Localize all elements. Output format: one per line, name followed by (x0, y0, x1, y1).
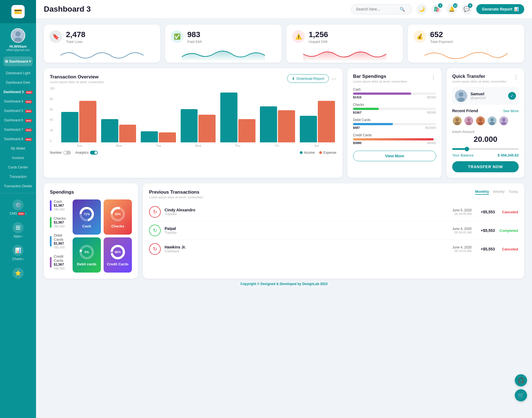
donut-credit-chart: 96% (109, 244, 126, 260)
spending-bar-debit: Debit Cards $487 /$10000 (353, 118, 436, 129)
spendings-list: Cash $1,567 /\$5,000 Checks $1,567 /\$5,… (50, 199, 68, 273)
legend-analytics: Analytics (75, 151, 98, 155)
transaction-more-btn[interactable]: ··· (332, 75, 336, 82)
chat-btn[interactable]: 💬 5 (461, 4, 472, 14)
sidebar-item-cms[interactable]: ⚙️ CMS New › (0, 196, 36, 219)
stat-card-total-payment: 💰 652 Total Payment (408, 25, 524, 63)
spending-item-debit: Debit Cards $1,567 /\$5,000 (50, 233, 68, 249)
sidebar-item-dashboard5[interactable]: Dashboard 5 New (0, 106, 36, 116)
tx-date-cindy: June 5, 2020 05:34:45 AM (452, 208, 472, 216)
generate-btn-label: Generate Report (482, 7, 512, 11)
tx-info-cindy: Cindy Alexandro Transfer (165, 208, 449, 216)
prev-transactions-card: Previous Transactions Lorem ipsum dolor … (143, 183, 524, 279)
notifications-btn[interactable]: 🔔 12 (446, 4, 457, 14)
bottom-row: Spendings Cash $1,567 /\$5,000 (44, 183, 524, 279)
prev-tx-subtitle: Lorem ipsum dolor sit amet, consectetur (149, 196, 203, 199)
insert-amount-value: 20.000 (452, 135, 519, 144)
bar-fri-coral (278, 110, 295, 142)
unpaid-emi-num: 1,256 (309, 30, 328, 39)
bar-tue-teal (141, 131, 158, 142)
chart-day-labels: Sun Mon Tue Wed Thu Fri Sat (60, 144, 336, 147)
sidebar-item-transaction-details[interactable]: Transaction Details (0, 181, 36, 191)
spending-bar-cash: Cash $1415 /$2000 (353, 88, 436, 99)
sidebar-item-dashboard8[interactable]: Dashboard 8 New (0, 134, 36, 144)
sidebar-item-transaction[interactable]: Transaction (0, 172, 36, 181)
svg-point-19 (502, 118, 505, 121)
transfer-now-button[interactable]: TRANSFER NOW (452, 161, 519, 172)
generate-report-button[interactable]: Generate Report 📊 (476, 4, 524, 14)
see-more-link[interactable]: See More (503, 109, 519, 113)
sidebar-item-dashboard4[interactable]: Dashboard 4 New (0, 97, 36, 106)
spending-bar-cash-indicator (50, 200, 52, 211)
friend-avatar-3 (475, 116, 485, 126)
recent-friends-title: Recent Friend (452, 109, 478, 113)
sidebar-item-wallet[interactable]: My Wallet (0, 144, 36, 153)
sidebar-item-dashboard-light[interactable]: Dashboard Light (0, 68, 36, 78)
legend-expense: Expense (319, 151, 336, 155)
download-icon: ⬇ (292, 76, 295, 81)
friend-avatar-5 (499, 116, 509, 126)
y-label-100: 100 (50, 87, 58, 90)
tx-row-cindy: ↻ Cindy Alexandro Transfer June 5, 2020 … (149, 203, 518, 221)
amount-slider[interactable] (452, 148, 519, 150)
chart-bar-icon: 📊 (514, 7, 519, 11)
dashboard-btn-label: Dashboard ▾ (9, 59, 31, 63)
legend-number: Number (50, 151, 71, 155)
quick-transfer-subtitle: Lorem ipsum dolor sit amet, consectetur (452, 80, 507, 83)
expense-dot (319, 151, 322, 154)
search-icon: 🔍 (400, 7, 405, 12)
sidebar-logo: 💳 (0, 0, 36, 23)
y-label-80: 80 (50, 98, 58, 101)
paid-emi-label: Paid EMI (187, 40, 202, 44)
bar-thu-teal (220, 93, 237, 142)
total-payment-label: Total Payment (430, 40, 453, 44)
transaction-overview-subtitle: Lorem ipsum dolor sit amet, consectetur (50, 80, 104, 84)
tab-today[interactable]: Today (508, 189, 518, 195)
download-report-button[interactable]: ⬇ Download Report (287, 74, 329, 83)
y-label-60: 60 (50, 108, 58, 111)
sidebar-item-dashboard7[interactable]: Dashboard 7 New (0, 125, 36, 134)
sidebar-item-dashboard3[interactable]: Dashboard 3 New (0, 87, 36, 97)
sidebar-item-invoices[interactable]: Invoices (0, 153, 36, 163)
quick-transfer-more-btn[interactable]: ⋮ (513, 74, 519, 80)
search-input[interactable] (356, 7, 397, 11)
tx-date-hawkins: June 4, 2020 05:34:45 AM (452, 245, 472, 253)
search-bar: 🔍 (351, 4, 412, 14)
prev-tx-header: Previous Transactions Lorem ipsum dolor … (149, 189, 518, 199)
donut-checks: 30% Checks (104, 199, 132, 235)
number-toggle[interactable] (63, 151, 71, 155)
stat-card-paid-emi: ✅ 983 Paid EMI (165, 25, 282, 63)
footer-text: Copyright © Designed & Developed by (241, 282, 302, 286)
theme-toggle-btn[interactable]: 🌙 (416, 4, 427, 14)
svg-text:71%: 71% (84, 212, 90, 216)
support-float-btn[interactable]: 🎧 (515, 374, 527, 386)
bar-spendings-more-btn[interactable]: ⋮ (431, 74, 436, 80)
sidebar-item-dashboard-dark[interactable]: Dashboard Dark (0, 78, 36, 87)
stat-cards-row: 🔖 2,478 Total Loan ✅ 983 Paid EMI (44, 25, 524, 63)
cart-float-btn[interactable]: 🛒 (515, 389, 527, 401)
tx-status-hawkins: Canceled (499, 247, 518, 251)
floating-buttons: 🎧 🛒 (515, 374, 527, 401)
sidebar-item-charts[interactable]: 📊 Charts › (0, 242, 36, 264)
analytics-toggle[interactable] (90, 151, 98, 155)
tx-info-hawkins: Hawkins Jr. Cashback (165, 245, 449, 253)
spending-debit-label: Debit Cards (54, 233, 68, 242)
view-more-button[interactable]: View More (353, 151, 436, 161)
sidebar-item-dashboard6[interactable]: Dashboard 6 New (0, 116, 36, 125)
paid-emi-wave (171, 47, 276, 61)
tab-weekly[interactable]: Weekly (493, 189, 505, 195)
donut-checks-chart: 30% (109, 206, 126, 222)
tab-monthly[interactable]: Monthly (475, 189, 489, 195)
dashboard-menu-btn[interactable]: ⊞ Dashboard ▾ (3, 57, 33, 66)
svg-point-7 (456, 118, 459, 121)
sidebar-item-apps[interactable]: ⊞ Apps › (0, 219, 36, 242)
legend-income: Income (300, 151, 315, 155)
bar-spendings-title: Bar Spendings (353, 74, 407, 79)
sidebar-item-favorites[interactable]: ⭐ (0, 264, 36, 283)
shopping-btn[interactable]: 🛍️ 2 (431, 4, 442, 14)
bar-sun-coral (79, 101, 96, 142)
bar-thu-coral (238, 119, 255, 142)
header: Dashboard 3 🔍 🌙 🛍️ 2 🔔 12 💬 5 Generate R… (36, 0, 532, 19)
sidebar-item-cards[interactable]: Cards Center (0, 163, 36, 172)
svg-text:30%: 30% (115, 212, 121, 216)
